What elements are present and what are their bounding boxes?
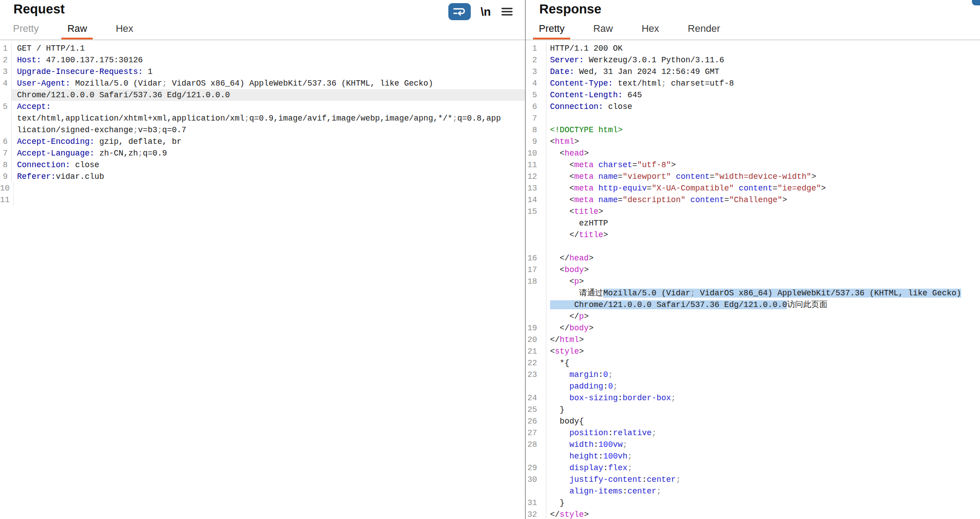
code-line[interactable]: 30 justify-content:center; [526,474,980,485]
code-line[interactable]: 23 margin:0; [526,369,980,381]
request-menu-button[interactable] [501,7,513,17]
code-line[interactable]: 8<!DOCTYPE html> [526,124,980,136]
code-text: width:100vw; [546,439,628,450]
code-line[interactable]: 6Connection: close [526,101,980,112]
response-panel-title: Response [526,0,980,17]
request-editor[interactable]: 1GET / HTTP/1.12Host: 47.100.137.175:301… [0,39,525,519]
tab-response-render[interactable]: Render [682,20,726,39]
soft-wrap-toggle-button-partial[interactable] [972,0,980,5]
line-number: 19 [526,322,546,334]
code-line[interactable]: align-items:center; [526,485,980,497]
code-line[interactable]: lication/signed-exchange;v=b3;q=0.7 [0,124,525,136]
tab-response-hex[interactable]: Hex [636,20,665,39]
code-line[interactable]: 2Server: Werkzeug/3.0.1 Python/3.11.6 [526,54,980,66]
code-line[interactable]: Chrome/121.0.0.0 Safari/537.36 Edg/121.0… [526,299,980,311]
request-tabbar: Pretty Raw Hex [0,18,525,39]
code-line[interactable]: 17 <body> [526,264,980,276]
code-line[interactable]: 5Content-Length: 645 [526,89,980,101]
code-text: height:100vh; [546,450,632,462]
line-number: 8 [526,124,546,136]
code-line[interactable]: 24 box-sizing:border-box; [526,392,980,404]
code-text: align-items:center; [546,485,661,497]
code-line[interactable]: 11 [0,194,525,206]
tab-response-pretty[interactable]: Pretty [533,20,570,39]
code-line[interactable]: 11 <meta charset="utf-8"> [526,159,980,171]
code-line[interactable]: 3Upgrade-Insecure-Requests: 1 [0,66,525,78]
line-number: 12 [526,171,546,182]
code-line[interactable]: 26 body{ [526,415,980,427]
line-number: 3 [0,66,12,78]
line-number [526,229,546,241]
code-line[interactable]: 5Accept: [0,101,525,112]
code-text: justify-content:center; [546,474,681,485]
code-line[interactable]: 14 <meta name="description" content="Cha… [526,194,980,206]
code-line[interactable]: 9Referer:vidar.club [0,171,525,182]
tab-request-pretty[interactable]: Pretty [7,20,44,39]
code-line[interactable]: 7Accept-Language: zh-CN,zh;q=0.9 [0,147,525,159]
code-text: </style> [546,509,589,519]
code-text: Chrome/121.0.0.0 Safari/537.36 Edg/121.0… [12,89,525,101]
code-line[interactable]: 9<html> [526,136,980,147]
code-text [546,112,550,124]
code-line[interactable]: 请通过Mozilla/5.0 (Vidar; VidarOS x86_64) A… [526,287,980,299]
code-line[interactable]: 10 [0,182,525,194]
code-line[interactable] [526,241,980,252]
code-line[interactable]: 22 *{ [526,357,980,369]
code-line[interactable]: 16 </head> [526,252,980,264]
code-line[interactable]: 1HTTP/1.1 200 OK [526,43,980,54]
code-line[interactable]: 32</style> [526,509,980,519]
code-line[interactable]: 21<style> [526,346,980,357]
code-text: </html> [546,334,584,346]
code-line[interactable]: 13 <meta http-equiv="X-UA-Compatible" co… [526,182,980,194]
code-text: Upgrade-Insecure-Requests: 1 [12,66,152,78]
code-text: Accept: [12,101,51,112]
code-line[interactable]: 4Content-Type: text/html; charset=utf-8 [526,78,980,89]
tab-request-raw[interactable]: Raw [61,20,93,39]
line-number: 14 [526,194,546,206]
code-text: text/html,application/xhtml+xml,applicat… [12,112,501,124]
line-number: 4 [526,78,546,89]
code-line[interactable]: padding:0; [526,381,980,392]
soft-wrap-toggle-button[interactable] [448,3,471,20]
code-line[interactable]: 1GET / HTTP/1.1 [0,43,525,54]
code-line[interactable]: 6Accept-Encoding: gzip, deflate, br [0,136,525,147]
code-line[interactable]: 25 } [526,404,980,415]
newline-toggle[interactable]: \n [481,5,491,19]
code-line[interactable]: </title> [526,229,980,241]
line-number: 3 [526,66,546,78]
code-line[interactable]: 19 </body> [526,322,980,334]
code-line[interactable]: height:100vh; [526,450,980,462]
code-line[interactable]: 8Connection: close [0,159,525,171]
line-number [526,287,546,299]
tab-request-hex[interactable]: Hex [110,20,139,39]
code-line[interactable]: 15 <title> [526,206,980,217]
line-number [0,124,12,136]
code-line[interactable]: 31 } [526,497,980,509]
code-line[interactable]: 7 [526,112,980,124]
code-line[interactable]: text/html,application/xhtml+xml,applicat… [0,112,525,124]
code-line[interactable]: 12 <meta name="viewport" content="width=… [526,171,980,182]
code-line[interactable]: ezHTTP [526,217,980,229]
code-text: padding:0; [546,381,618,392]
code-line[interactable]: </p> [526,311,980,322]
code-line[interactable]: 29 display:flex; [526,462,980,474]
code-line[interactable]: 2Host: 47.100.137.175:30126 [0,54,525,66]
code-line[interactable]: 4User-Agent: Mozilla/5.0 (Vidar; VidarOS… [0,78,525,89]
tab-response-raw[interactable]: Raw [587,20,619,39]
response-panel: Response Pretty Raw Hex Render 1HTTP/1.1… [526,0,980,519]
code-text: 请通过Mozilla/5.0 (Vidar; VidarOS x86_64) A… [546,287,961,299]
code-text: <meta name="description" content="Challe… [546,194,787,206]
code-line[interactable]: 27 position:relative; [526,427,980,439]
line-number [526,299,546,311]
request-panel: Request Pretty Raw Hex \n 1GET / HTTP/1.… [0,0,525,519]
line-number: 28 [526,439,546,450]
response-editor[interactable]: 1HTTP/1.1 200 OK2Server: Werkzeug/3.0.1 … [526,39,980,519]
line-number: 16 [526,252,546,264]
request-toolbar: \n [448,3,513,21]
code-line[interactable]: 3Date: Wed, 31 Jan 2024 12:56:49 GMT [526,66,980,78]
code-line[interactable]: 10 <head> [526,147,980,159]
code-line[interactable]: Chrome/121.0.0.0 Safari/537.36 Edg/121.0… [0,89,525,101]
code-line[interactable]: 18 <p> [526,276,980,287]
code-line[interactable]: 28 width:100vw; [526,439,980,450]
code-line[interactable]: 20</html> [526,334,980,346]
